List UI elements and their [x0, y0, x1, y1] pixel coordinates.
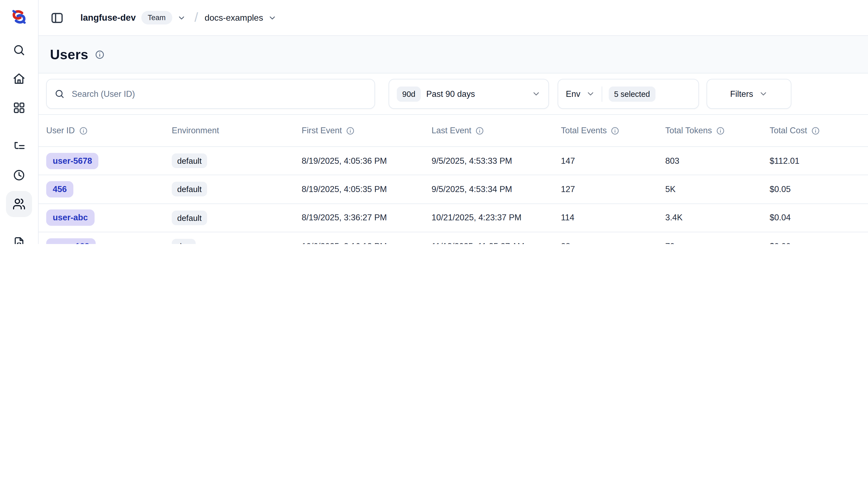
environment-badge: default [172, 210, 207, 225]
column-header-total-cost: Total Cost [770, 126, 868, 136]
column-label: First Event [302, 126, 342, 136]
first-event-cell: 8/19/2025, 4:05:35 PM [302, 184, 432, 194]
sidebar-item-home[interactable] [8, 68, 30, 90]
info-icon[interactable] [716, 126, 725, 135]
column-label: Last Event [432, 126, 471, 136]
first-event-cell: 8/19/2025, 4:05:36 PM [302, 156, 432, 166]
sidebar-nav-group [6, 136, 32, 215]
column-header-last-event: Last Event [432, 126, 561, 136]
page-title: Users [50, 47, 88, 62]
sidebar-nav [6, 39, 32, 244]
org-selector[interactable]: langfuse-dev Team [81, 11, 186, 25]
total-cost-cell: $0.04 [770, 213, 868, 223]
column-label: Total Events [561, 126, 607, 136]
info-icon[interactable] [811, 126, 820, 135]
filter-bar: 90d Past 90 days Env 5 selected Filters [39, 74, 868, 115]
home-icon [12, 73, 26, 85]
table-row[interactable]: user-abcdefault8/19/2025, 3:36:27 PM10/2… [39, 204, 868, 232]
sidebar [0, 0, 39, 244]
column-header-first-event: First Event [302, 126, 432, 136]
user-id-badge[interactable]: 456 [46, 181, 73, 198]
total-tokens-cell: 3.4K [665, 213, 770, 223]
column-label: Total Tokens [665, 126, 712, 136]
total-cost-cell: $112.01 [770, 156, 868, 166]
breadcrumb-separator: / [194, 9, 198, 25]
last-event-cell: 9/5/2025, 4:53:34 PM [432, 184, 561, 194]
first-event-cell: 8/19/2025, 3:36:27 PM [302, 213, 432, 223]
column-label: Environment [172, 126, 219, 136]
total-events-cell: 114 [561, 213, 665, 223]
column-header-total-events: Total Events [561, 126, 665, 136]
filters-button[interactable]: Filters [707, 79, 792, 109]
table-row[interactable]: user_123dev10/6/2025, 3:16:12 PM11/13/20… [39, 232, 868, 244]
table-body: user-5678default8/19/2025, 4:05:36 PM9/5… [39, 147, 868, 244]
chevron-down-icon [586, 89, 595, 98]
first-event-cell: 10/6/2025, 3:16:12 PM [302, 241, 432, 244]
chevron-down-icon [177, 13, 186, 22]
filters-button-label: Filters [730, 89, 753, 99]
environment-selected-badge: 5 selected [609, 86, 655, 102]
search-icon [54, 89, 65, 99]
table-row[interactable]: 456default8/19/2025, 4:05:35 PM9/5/2025,… [39, 175, 868, 204]
total-tokens-cell: 5K [665, 184, 770, 194]
total-cost-cell: $0.05 [770, 184, 868, 194]
sidebar-item-users[interactable] [6, 191, 32, 217]
last-event-cell: 10/21/2025, 4:23:37 PM [432, 213, 561, 223]
column-label: User ID [46, 126, 75, 136]
sidebar-item-prompts[interactable] [8, 232, 30, 244]
info-icon[interactable] [475, 126, 485, 135]
column-label: Total Cost [770, 126, 807, 136]
page-title-info-icon[interactable] [94, 49, 105, 60]
traces-icon [12, 140, 26, 153]
sidebar-nav-group [8, 39, 30, 119]
user-id-badge[interactable]: user-5678 [46, 152, 99, 169]
project-name: docs-examples [205, 13, 263, 23]
info-icon[interactable] [346, 126, 355, 135]
environment-filter-label: Env [566, 89, 580, 99]
last-event-cell: 11/13/2025, 11:35:27 AM [432, 241, 561, 244]
column-header-total-tokens: Total Tokens [665, 126, 770, 136]
date-range-label: Past 90 days [426, 89, 475, 99]
dashboard-icon [12, 101, 26, 114]
table-row[interactable]: user-5678default8/19/2025, 4:05:36 PM9/5… [39, 147, 868, 175]
sidebar-item-sessions[interactable] [8, 164, 30, 186]
search-input[interactable] [71, 88, 367, 99]
sidebar-toggle-button[interactable] [50, 10, 64, 25]
environment-badge: default [172, 153, 207, 168]
langfuse-logo-icon[interactable] [9, 6, 29, 27]
total-events-cell: 127 [561, 184, 665, 194]
chevron-down-icon [532, 89, 541, 98]
project-selector[interactable]: docs-examples [205, 13, 277, 23]
users-icon [12, 198, 26, 210]
environment-badge: default [172, 182, 207, 197]
info-icon[interactable] [79, 126, 88, 135]
info-icon[interactable] [611, 126, 620, 135]
total-tokens-cell: 803 [665, 156, 770, 166]
org-name: langfuse-dev [81, 12, 136, 23]
user-id-badge[interactable]: user-abc [46, 209, 94, 226]
sessions-icon [12, 169, 26, 182]
main-area: langfuse-dev Team / docs-examples Users … [39, 0, 868, 244]
environment-filter[interactable]: Env 5 selected [558, 79, 699, 109]
last-event-cell: 9/5/2025, 4:53:33 PM [432, 156, 561, 166]
date-range-picker[interactable]: 90d Past 90 days [389, 79, 549, 109]
sidebar-item-search[interactable] [8, 39, 30, 61]
org-type-badge: Team [141, 11, 172, 25]
chevron-down-icon [268, 13, 277, 22]
user-id-badge[interactable]: user_123 [46, 238, 96, 244]
total-tokens-cell: 70 [665, 241, 770, 244]
sidebar-item-dashboard[interactable] [8, 97, 30, 119]
column-header-user-id: User ID [46, 126, 172, 136]
total-events-cell: 147 [561, 156, 665, 166]
date-range-badge: 90d [397, 86, 421, 102]
divider [601, 86, 602, 102]
table-header-row: User IDEnvironmentFirst EventLast EventT… [39, 115, 868, 147]
app-window: langfuse-dev Team / docs-examples Users … [0, 0, 868, 244]
environment-badge: dev [172, 239, 196, 244]
sidebar-item-traces[interactable] [8, 136, 30, 157]
chevron-down-icon [758, 89, 768, 98]
page-header: Users [39, 36, 868, 74]
prompts-icon [12, 236, 26, 244]
search-icon [12, 44, 26, 57]
total-cost-cell: $0.00 [770, 241, 868, 244]
